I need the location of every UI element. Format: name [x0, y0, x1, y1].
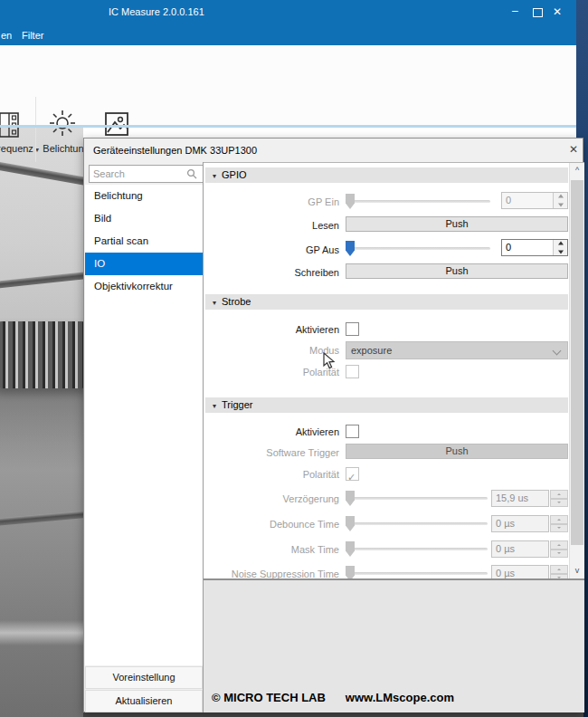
trigger-polaritaet-checkbox: ✓ — [346, 467, 359, 481]
copyright-text: © MICRO TECH LAB — [212, 691, 326, 704]
gp-aus-slider[interactable] — [346, 241, 490, 256]
frequenz-dropdown[interactable]: requenz▾ — [0, 143, 40, 154]
website-text: www.LMscope.com — [346, 691, 454, 704]
schreiben-push-button[interactable]: Push — [346, 263, 568, 279]
search-input[interactable] — [89, 165, 219, 183]
minimize-button[interactable]: – — [512, 5, 518, 17]
mask-time-value: 0 µs — [491, 540, 549, 558]
wire — [0, 510, 83, 526]
trigger-polaritaet-label: Polarität — [205, 469, 339, 480]
mouse-cursor — [323, 352, 336, 370]
sidebar-item-belichtung[interactable]: Belichtung — [85, 185, 203, 207]
gp-ein-label: GP Ein — [205, 196, 339, 207]
menubar: en Filter ? — [0, 25, 576, 45]
collapse-icon: ▾ — [213, 172, 216, 180]
spin-down-icon — [554, 201, 567, 209]
chevron-down-icon — [553, 347, 562, 356]
section-header-strobe[interactable]: ▾Strobe — [205, 294, 568, 310]
gp-ein-slider — [346, 194, 490, 209]
camera-live-image — [0, 127, 83, 717]
debounce-slider — [346, 516, 488, 531]
sidebar-item-io[interactable]: IO — [85, 253, 203, 275]
debounce-spin-buttons — [550, 515, 568, 532]
noise-suppression-spin-buttons — [550, 565, 568, 579]
lesen-label: Lesen — [205, 220, 339, 231]
spin-down-icon — [550, 524, 568, 533]
spin-up-icon[interactable] — [554, 240, 567, 248]
verzoegerung-slider — [346, 491, 488, 506]
trigger-aktivieren-label: Aktivieren — [205, 426, 339, 437]
verzoegerung-value: 15,9 us — [491, 490, 549, 507]
verzoegerung-label: Verzögerung — [205, 493, 339, 504]
footer-branding: © MICRO TECH LABwww.LMscope.com — [212, 691, 454, 704]
spin-down-icon[interactable] — [554, 248, 567, 256]
scroll-up-icon[interactable]: ^ — [570, 163, 584, 178]
noise-suppression-value: 0 µs — [491, 565, 549, 579]
sidebar-item-partial-scan[interactable]: Partial scan — [85, 230, 203, 253]
voreinstellung-button[interactable]: Voreinstellung — [85, 666, 203, 689]
spin-up-icon — [550, 540, 568, 550]
mask-time-label: Mask Time — [205, 544, 339, 555]
collapse-icon: ▾ — [213, 299, 216, 307]
modus-select: exposure — [346, 341, 568, 359]
verzoegerung-spin-buttons — [550, 490, 568, 507]
schreiben-label: Schreiben — [205, 267, 339, 278]
highlight — [0, 620, 83, 645]
sun-icon — [48, 109, 77, 138]
spin-up-icon — [550, 490, 568, 499]
app-title: IC Measure 2.0.0.161 — [109, 6, 204, 17]
spin-down-icon — [550, 499, 568, 508]
device-settings-dialog: Geräteeinstellungen DMK 33UP1300 ✕ Belic… — [83, 138, 583, 712]
screen: IC Measure 2.0.0.161 – ✕ en Filter ? req… — [0, 0, 588, 717]
spin-up-icon — [550, 565, 568, 574]
search-icon — [186, 168, 197, 179]
scroll-down-icon[interactable]: v — [570, 563, 584, 578]
gp-aus-spinbox[interactable]: 0 — [501, 239, 568, 256]
toolbar-underline — [0, 125, 576, 128]
gp-ein-spinbox: 0 — [501, 192, 568, 209]
close-button[interactable]: ✕ — [553, 5, 562, 18]
mask-time-slider — [346, 541, 488, 557]
spin-down-icon — [550, 550, 568, 559]
debounce-label: Debounce Time — [205, 519, 339, 530]
trigger-aktivieren-checkbox[interactable] — [346, 425, 359, 438]
mask-time-spin-buttons — [550, 540, 568, 558]
app-titlebar: IC Measure 2.0.0.161 – ✕ — [0, 0, 576, 25]
slider-thumb[interactable] — [346, 241, 355, 256]
check-icon: ✓ — [347, 472, 356, 483]
scrollbar-thumb[interactable] — [571, 180, 583, 545]
vertical-scrollbar[interactable]: ^ v — [569, 163, 584, 578]
wire — [0, 161, 83, 188]
noise-suppression-slider — [346, 566, 488, 579]
section-header-trigger[interactable]: ▾Trigger — [205, 397, 568, 413]
strobe-polaritaet-label: Polarität — [205, 367, 339, 378]
slider-thumb — [346, 516, 355, 531]
strobe-polaritaet-checkbox — [346, 365, 359, 378]
software-trigger-push-button: Push — [346, 444, 568, 459]
modus-label: Modus — [205, 345, 339, 356]
menu-item-cut[interactable]: en — [1, 30, 12, 41]
wire — [0, 271, 83, 289]
spin-up-icon — [554, 193, 567, 201]
slider-thumb — [346, 194, 355, 209]
section-header-gpio[interactable]: ▾GPIO — [205, 167, 568, 183]
settings-viewport: ▾GPIO GP Ein 0 Lesen Push GP Aus 0 Schre… — [204, 162, 584, 579]
menu-item-filter[interactable]: Filter — [22, 30, 43, 41]
lesen-push-button[interactable]: Push — [346, 216, 568, 232]
settings-category-list: Belichtung Bild Partial scan IO Objektiv… — [85, 185, 203, 665]
sidebar-item-bild[interactable]: Bild — [85, 207, 203, 230]
aktualisieren-button[interactable]: Aktualisieren — [85, 690, 203, 712]
maximize-button[interactable] — [533, 8, 543, 17]
slider-thumb — [346, 491, 355, 506]
debounce-value: 0 µs — [491, 515, 549, 532]
dialog-close-icon[interactable]: ✕ — [569, 143, 578, 156]
image-icon — [103, 110, 130, 138]
dialog-title: Geräteeinstellungen DMK 33UP1300 — [93, 145, 257, 156]
dialog-lower-pane: © MICRO TECH LABwww.LMscope.com — [204, 579, 584, 712]
coil-spring — [0, 321, 83, 388]
slider-thumb — [346, 566, 355, 579]
software-trigger-label: Software Trigger — [205, 447, 339, 458]
strobe-aktivieren-checkbox[interactable] — [346, 322, 359, 336]
sidebar-item-objektivkorrektur[interactable]: Objektivkorrektur — [85, 275, 203, 298]
photo-bottom-edge — [83, 712, 583, 717]
